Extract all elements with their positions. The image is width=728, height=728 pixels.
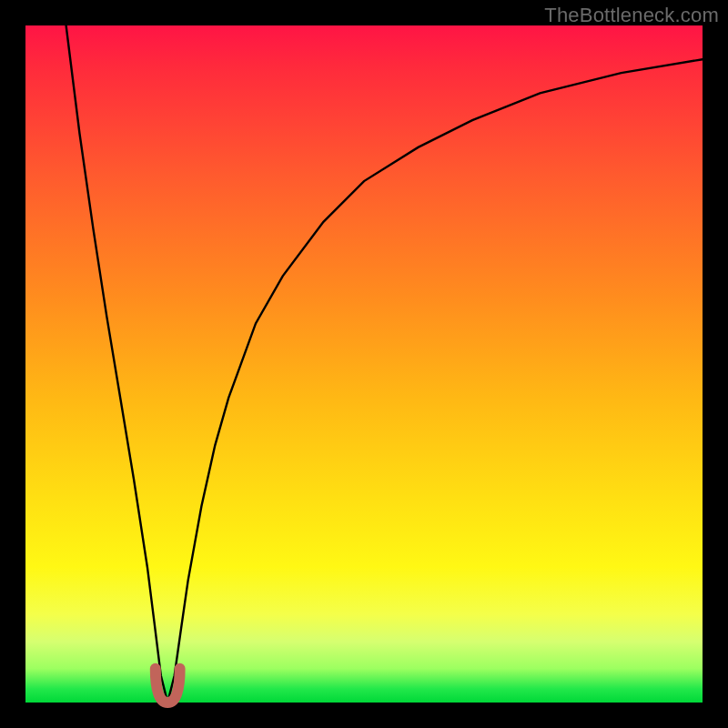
plot-area: [25, 25, 703, 703]
min-marker: [156, 669, 180, 703]
chart-frame: TheBottleneck.com: [0, 0, 728, 728]
curve-svg: [25, 25, 703, 703]
bottleneck-curve: [66, 25, 703, 703]
watermark-text: TheBottleneck.com: [544, 4, 719, 27]
